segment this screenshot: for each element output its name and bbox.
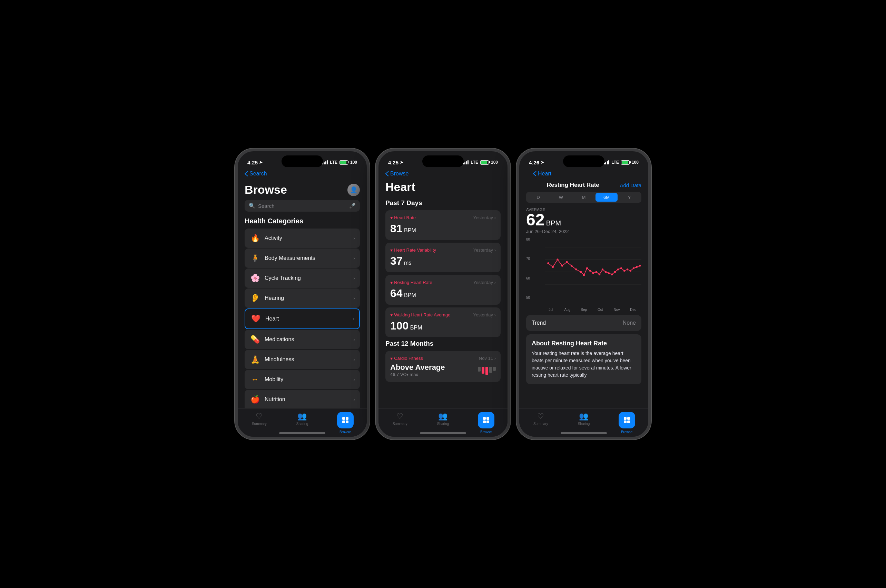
tab-browse-3[interactable]: Browse <box>617 412 637 434</box>
category-heart[interactable]: ❤️ Heart › <box>245 309 360 329</box>
time-btn-w[interactable]: W <box>550 193 572 202</box>
rhr-stats: AVERAGE 62 BPM Jun 26–Dec 24, 2022 <box>519 207 648 237</box>
svg-point-14 <box>557 258 558 260</box>
category-activity[interactable]: 🔥 Activity › <box>245 228 360 248</box>
cardio-bars <box>478 367 496 375</box>
phone-rhr: 4:26 ➤ LTE 100 Heart <box>516 148 651 440</box>
search-back-1[interactable]: Search <box>245 171 267 177</box>
time-btn-d[interactable]: D <box>527 193 549 202</box>
heart-rate-value: 81 BPM <box>390 222 496 235</box>
svg-point-25 <box>599 274 600 275</box>
browse-icon-bg <box>337 412 353 428</box>
tab-sharing-2[interactable]: 👥 Sharing <box>433 412 453 426</box>
browse-label-3: Browse <box>621 430 632 434</box>
heart-rate-when: Yesterday › <box>473 215 496 220</box>
summary-tab-label: Summary <box>252 422 267 426</box>
hrv-card[interactable]: Heart Rate Variability Yesterday › 37 ms <box>385 243 501 272</box>
avg-value: 62 <box>526 211 545 229</box>
browse-back[interactable]: Browse <box>385 171 409 177</box>
search-bar[interactable]: 🔍 Search 🎤 <box>245 200 360 212</box>
tab-sharing[interactable]: 👥 Sharing <box>292 412 313 426</box>
svg-point-31 <box>617 268 619 270</box>
cardio-value: Above Average <box>390 363 445 372</box>
cycle-icon: 🌸 <box>250 273 260 284</box>
resting-hr-when: Yesterday › <box>473 280 496 285</box>
x-axis-labels: Jul Aug Sep Oct Nov Dec <box>526 306 641 312</box>
chevron-icon: › <box>353 236 355 241</box>
time-btn-6m[interactable]: 6M <box>596 193 618 202</box>
svg-rect-7 <box>486 420 489 423</box>
status-icons-1: LTE 100 <box>322 160 357 165</box>
mobility-label: Mobility <box>265 376 353 382</box>
cardio-card[interactable]: Cardio Fitness Nov 11 › Above Average 46… <box>385 351 501 382</box>
y-label-50: 50 <box>526 296 536 300</box>
tab-summary-3[interactable]: ♡ Summary <box>530 412 551 426</box>
avg-value-row: 62 BPM <box>526 212 641 228</box>
tab-sharing-3[interactable]: 👥 Sharing <box>573 412 594 426</box>
user-avatar[interactable]: 👤 <box>347 184 360 196</box>
time-2: 4:25 ➤ <box>388 160 403 165</box>
about-text: Your resting heart rate is the average h… <box>532 350 636 379</box>
hearing-label: Hearing <box>265 295 353 301</box>
heart-back[interactable]: Heart <box>526 171 558 177</box>
mic-icon[interactable]: 🎤 <box>349 202 356 209</box>
svg-rect-1 <box>346 417 349 420</box>
period2-title: Past 12 Months <box>385 340 501 347</box>
tab-summary-2[interactable]: ♡ Summary <box>390 412 410 426</box>
svg-point-18 <box>575 268 577 270</box>
nav-back-bar-2: Browse <box>379 170 507 180</box>
heart-rate-label: Heart Rate <box>390 215 416 220</box>
cardio-when: Nov 11 › <box>479 356 496 361</box>
add-data-button[interactable]: Add Data <box>620 182 641 188</box>
svg-point-21 <box>586 267 588 269</box>
chart-container: 80 70 60 50 <box>526 237 641 306</box>
tab-browse[interactable]: Browse <box>335 412 356 434</box>
battery-icon-3 <box>621 160 630 165</box>
category-hearing[interactable]: 👂 Hearing › <box>245 288 360 308</box>
time-btn-y[interactable]: Y <box>618 193 640 202</box>
time-selector: D W M 6M Y <box>526 192 641 202</box>
tab-summary[interactable]: ♡ Summary <box>249 412 269 426</box>
battery-percent: 100 <box>350 160 357 165</box>
resting-hr-card[interactable]: Resting Heart Rate Yesterday › 64 BPM <box>385 275 501 304</box>
body-icon: 🧍 <box>250 253 260 264</box>
browse-icon-bg-2 <box>478 412 494 428</box>
hrv-when: Yesterday › <box>473 248 496 253</box>
category-cycle[interactable]: 🌸 Cycle Tracking › <box>245 268 360 288</box>
nutrition-icon: 🍎 <box>250 394 260 405</box>
trend-row[interactable]: Trend None <box>526 315 641 331</box>
category-medications[interactable]: 💊 Medications › <box>245 330 360 349</box>
heart-rate-card[interactable]: Heart Rate Yesterday › 81 BPM <box>385 210 501 240</box>
svg-point-26 <box>602 268 603 270</box>
walking-hr-card[interactable]: Walking Heart Rate Average Yesterday › 1… <box>385 308 501 337</box>
heart-content: Heart Past 7 Days Heart Rate Yesterday ›… <box>379 180 507 408</box>
walking-hr-label: Walking Heart Rate Average <box>390 312 450 317</box>
mindfulness-label: Mindfulness <box>265 356 353 363</box>
phones-container: 4:25 ➤ LTE 100 Search <box>235 148 651 440</box>
phone-browse: 4:25 ➤ LTE 100 Search <box>235 148 370 440</box>
summary-label-3: Summary <box>533 422 548 426</box>
date-range: Jun 26–Dec 24, 2022 <box>526 229 641 234</box>
svg-point-27 <box>605 271 606 273</box>
category-body[interactable]: 🧍 Body Measurements › <box>245 249 360 268</box>
tab-browse-2[interactable]: Browse <box>476 412 496 434</box>
svg-point-19 <box>580 271 582 273</box>
mobility-icon: ↔️ <box>250 374 260 385</box>
chevron-icon: › <box>353 255 355 261</box>
svg-point-32 <box>620 267 622 269</box>
signal-icon-3 <box>604 160 610 164</box>
category-mobility[interactable]: ↔️ Mobility › <box>245 370 360 389</box>
svg-point-37 <box>636 266 638 268</box>
battery-icon-2 <box>480 160 489 165</box>
category-nutrition[interactable]: 🍎 Nutrition › <box>245 390 360 409</box>
time-btn-m[interactable]: M <box>573 193 595 202</box>
heart-tab-icon-3: ♡ <box>537 412 544 421</box>
svg-point-30 <box>614 271 616 273</box>
hrv-value: 37 ms <box>390 255 496 267</box>
category-mindfulness[interactable]: 🧘 Mindfulness › <box>245 350 360 369</box>
status-icons-2: LTE 100 <box>463 160 498 165</box>
svg-point-13 <box>552 266 554 268</box>
svg-rect-4 <box>483 417 486 420</box>
browse-label-2: Browse <box>480 430 492 434</box>
home-indicator-2 <box>420 432 466 434</box>
